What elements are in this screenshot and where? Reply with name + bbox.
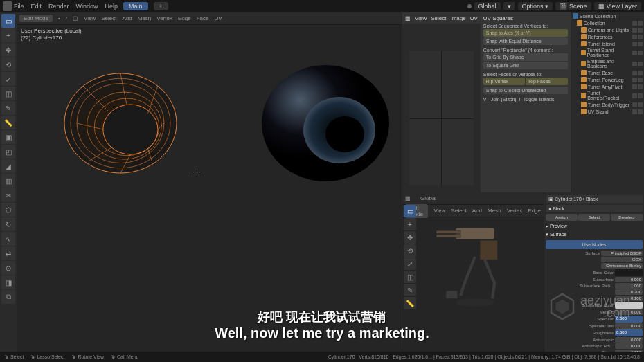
grid-shape-button[interactable]: To Grid By Shape (483, 53, 568, 61)
vp2-measure-tool-icon[interactable]: 📏 (404, 297, 416, 309)
deselect-button[interactable]: Deselect (611, 214, 643, 221)
snap-icon[interactable] (467, 4, 472, 8)
workspace-tab-add[interactable]: + (154, 2, 168, 10)
render-toggle-icon[interactable] (638, 71, 643, 75)
viewlayer-field[interactable]: ▦View Layer (594, 2, 641, 10)
select-button[interactable]: Select (578, 214, 610, 221)
visibility-toggle-icon[interactable] (632, 42, 637, 46)
options-dropdown[interactable]: Options ▾ (518, 2, 553, 10)
uv-grid-area[interactable] (409, 51, 474, 185)
menu-window[interactable]: Window (76, 3, 98, 10)
uv-editor-icon[interactable]: ▦ (405, 15, 411, 21)
material-slot[interactable]: ● Black (546, 205, 643, 212)
vp-menu-face[interactable]: Face (197, 15, 209, 21)
vp-menu-mesh[interactable]: Mesh (138, 15, 152, 21)
render-toggle-icon[interactable] (638, 21, 643, 26)
render-toggle-icon[interactable] (638, 84, 643, 89)
aniso-value[interactable]: 0.000 (615, 337, 643, 343)
scale-tool-icon[interactable]: ⤢ (1, 72, 15, 86)
spin-tool-icon[interactable]: ↻ (1, 217, 15, 231)
render-toggle-icon[interactable] (638, 35, 643, 39)
menu-edit[interactable]: Edit (31, 3, 42, 10)
vp2-cursor-tool-icon[interactable]: + (404, 218, 416, 230)
vp-menu-add[interactable]: Add (123, 15, 132, 21)
outliner-item[interactable]: Empties and Booleans (571, 58, 644, 69)
vp2-editor-icon[interactable]: ▦ (405, 195, 411, 201)
3d-viewport-main[interactable]: Edit Mode • / ▢ View Select Add Mesh Ver… (17, 12, 402, 352)
outliner-item[interactable]: Turret Stand Positioned (571, 47, 644, 58)
orientation-dropdown[interactable]: Global (474, 2, 501, 10)
visibility-toggle-icon[interactable] (632, 35, 637, 39)
render-toggle-icon[interactable] (638, 78, 643, 82)
inset-tool-icon[interactable]: ◰ (1, 145, 15, 159)
vp2-menu-edge[interactable]: Edge (528, 208, 541, 214)
render-toggle-icon[interactable] (638, 28, 643, 33)
vp2-scale-tool-icon[interactable]: ⤢ (404, 257, 416, 270)
select-mode-vertex-icon[interactable]: • (58, 15, 60, 21)
specular-tint-value[interactable]: 0.000 (615, 323, 643, 329)
transform-tool-icon[interactable]: ◫ (1, 87, 15, 100)
outliner-item[interactable]: Turret Island (571, 40, 644, 47)
snap-axis-button[interactable]: Snap to Axis (X or Y) (483, 29, 568, 37)
render-toggle-icon[interactable] (638, 42, 643, 46)
vp2-orientation[interactable]: Global (416, 194, 440, 202)
preview-header[interactable]: ▸ Preview (546, 222, 643, 230)
visibility-toggle-icon[interactable] (632, 71, 637, 75)
outliner-item[interactable]: Turret Body/Trigger (571, 101, 644, 108)
object-name-field[interactable]: ▣ Cylinder.170 › Black (546, 195, 643, 203)
outliner-item[interactable]: Turret AmyPivot (571, 83, 644, 90)
visibility-toggle-icon[interactable] (632, 78, 637, 82)
outliner-root[interactable]: Scene Collection (571, 12, 644, 19)
outliner-item[interactable]: Camera and Lights (571, 26, 644, 33)
subsurface-method-dropdown[interactable]: Christensen-Burley (601, 263, 643, 269)
select-box-tool-icon[interactable]: ▭ (1, 14, 15, 28)
shrink-tool-icon[interactable]: ⊙ (1, 261, 15, 275)
use-nodes-button[interactable]: Use Nodes (546, 240, 643, 249)
cursor-tool-icon[interactable]: + (1, 28, 15, 42)
outliner-item[interactable]: Turret PowerLeg (571, 76, 644, 83)
bevel-tool-icon[interactable]: ◢ (1, 159, 15, 173)
render-toggle-icon[interactable] (638, 93, 643, 98)
scene-field[interactable]: 🎬Scene (555, 2, 591, 10)
annotate-tool-icon[interactable]: ✎ (1, 101, 15, 115)
render-toggle-icon[interactable] (638, 102, 643, 107)
blender-logo-icon[interactable] (3, 1, 12, 11)
uv-menu-image[interactable]: Image (450, 15, 465, 21)
visibility-toggle-icon[interactable] (632, 102, 637, 107)
uv-menu-select[interactable]: Select (431, 15, 446, 21)
extrude-tool-icon[interactable]: ▣ (1, 130, 15, 144)
rip-faces-button[interactable]: Rip Faces (526, 78, 568, 85)
measure-tool-icon[interactable]: 📏 (1, 116, 15, 129)
base-color-swatch[interactable] (615, 269, 643, 276)
render-toggle-icon[interactable] (638, 109, 643, 114)
visibility-toggle-icon[interactable] (632, 28, 637, 33)
render-toggle-icon[interactable] (638, 62, 643, 66)
visibility-toggle-icon[interactable] (632, 109, 637, 114)
vp2-move-tool-icon[interactable]: ✥ (404, 231, 416, 244)
visibility-toggle-icon[interactable] (632, 84, 637, 89)
vp-menu-vertex[interactable]: Vertex (156, 15, 172, 21)
menu-render[interactable]: Render (48, 3, 69, 10)
roughness-slider[interactable]: 0.500 (615, 329, 643, 336)
rip-tool-icon[interactable]: ⧉ (1, 290, 15, 304)
smooth-tool-icon[interactable]: ∿ (1, 232, 15, 246)
vp2-transform-tool-icon[interactable]: ◫ (404, 271, 416, 283)
move-tool-icon[interactable]: ✥ (1, 43, 15, 57)
visibility-toggle-icon[interactable] (632, 62, 637, 66)
loopcut-tool-icon[interactable]: ▥ (1, 174, 15, 188)
vp2-annotate-tool-icon[interactable]: ✎ (404, 284, 416, 296)
snap-closest-button[interactable]: Snap to Closest Unselected (483, 87, 568, 94)
visibility-toggle-icon[interactable] (632, 51, 637, 55)
rip-vertex-button[interactable]: Rip Vertex (483, 78, 526, 85)
surface-header[interactable]: ▾ Surface (546, 230, 643, 239)
outliner-item[interactable]: Collection (571, 19, 644, 26)
outliner-item[interactable]: UV Stand (571, 108, 644, 115)
shear-tool-icon[interactable]: ◨ (1, 275, 15, 289)
knife-tool-icon[interactable]: ✂ (1, 188, 15, 202)
subsurface-value[interactable]: 0.000 (615, 277, 643, 282)
square-grid-button[interactable]: To Square Grid (483, 62, 568, 69)
outliner-item[interactable]: Turret Base (571, 69, 644, 76)
sr1-value[interactable]: 1.000 (615, 283, 643, 289)
render-toggle-icon[interactable] (638, 51, 643, 55)
select-mode-edge-icon[interactable]: / (66, 15, 67, 21)
